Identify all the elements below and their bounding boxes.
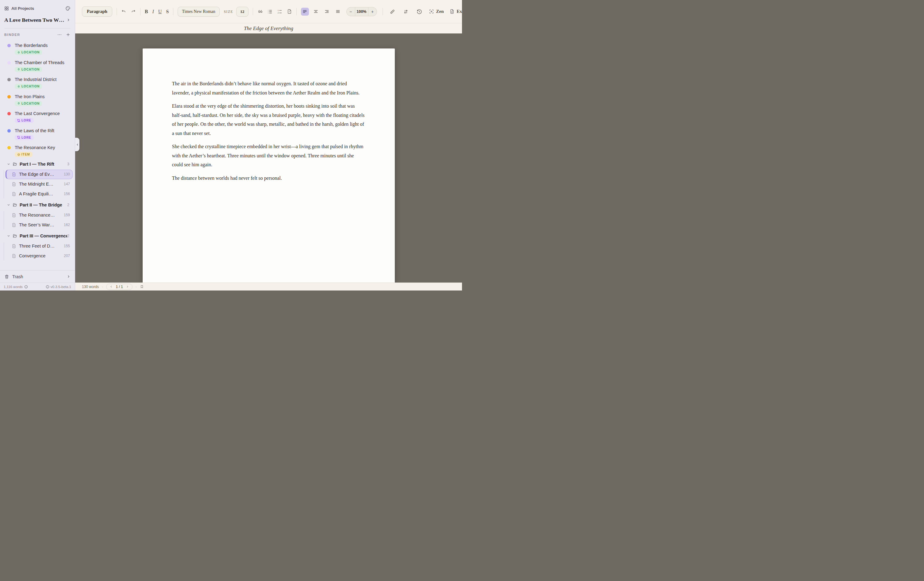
binder-doc-item[interactable]: Convergence 207 xyxy=(5,251,73,261)
page-break-icon[interactable] xyxy=(287,8,292,16)
underline-button[interactable]: U xyxy=(158,9,162,15)
total-word-count: 1,116 words xyxy=(4,285,23,289)
svg-text:2: 2 xyxy=(277,12,279,14)
blockquote-icon[interactable] xyxy=(257,8,263,16)
doc-word-count: 147 xyxy=(64,182,70,186)
paragraph: The air in the Borderlands didn’t behave… xyxy=(172,79,365,97)
export-icon xyxy=(449,9,455,14)
type-badge: LOCATION xyxy=(15,84,42,89)
color-dot-icon xyxy=(7,146,11,149)
bullet-list-icon[interactable] xyxy=(267,8,273,16)
binder-folder[interactable]: Part I — The Rift 3 xyxy=(0,160,75,169)
zoom-level: 100% xyxy=(355,7,368,16)
doc-name: The Midnight E… xyxy=(19,182,62,187)
previous-page-icon[interactable] xyxy=(109,285,113,288)
doc-name: The Edge of Ev… xyxy=(19,172,62,177)
font-size-field[interactable]: 12 xyxy=(236,7,249,17)
binder-folder-group: Part II — The Bridge 2 The Resonance… 15… xyxy=(0,200,75,231)
binder-item[interactable]: The Resonance Key ITEM xyxy=(0,142,75,160)
folder-count: 2 xyxy=(67,234,69,238)
cube-icon xyxy=(17,153,20,156)
binder-doc-item[interactable]: The Seer’s War… 162 xyxy=(5,220,73,230)
page-navigator: 1 / 1 xyxy=(106,284,132,290)
export-button[interactable]: Export xyxy=(449,9,462,14)
export-label: Export xyxy=(457,9,462,14)
toolbar: Paragraph B I U S Times New Roman SIZE 1… xyxy=(75,0,462,23)
folder-children: Three Feet of D… 155 Convergence 207 xyxy=(0,241,75,262)
doc-word-count: 155 xyxy=(64,244,70,248)
binder-doc-item[interactable]: The Resonance… 159 xyxy=(5,210,73,220)
binder-item[interactable]: The Industrial District LOCATION xyxy=(0,74,75,91)
binder-item[interactable]: The Chamber of Threads LOCATION xyxy=(0,57,75,74)
binder-item[interactable]: The Iron Plains LOCATION xyxy=(0,91,75,109)
doc-name: Convergence xyxy=(19,253,62,258)
ellipsis-icon[interactable] xyxy=(57,32,62,37)
zoom-in-button[interactable]: + xyxy=(368,7,377,16)
sort-icon[interactable] xyxy=(402,8,410,16)
main-panel: Paragraph B I U S Times New Roman SIZE 1… xyxy=(75,0,462,290)
sidebar-collapse-handle[interactable] xyxy=(75,138,79,151)
doc-word-count: 159 xyxy=(64,213,70,217)
all-projects-button[interactable]: All Projects xyxy=(4,4,71,12)
zen-mode-button[interactable]: Zen xyxy=(429,9,444,14)
type-badge: ITEM xyxy=(15,152,33,157)
palette-icon[interactable] xyxy=(65,6,71,11)
binder-item[interactable]: The Last Convergence LORE xyxy=(0,108,75,125)
document-page[interactable]: The air in the Borderlands didn’t behave… xyxy=(143,48,395,282)
binder-item[interactable]: The Laws of the Rift LORE xyxy=(0,125,75,143)
chevron-down-icon[interactable] xyxy=(7,162,10,166)
binder-list: The Borderlands LOCATION The Chamber of … xyxy=(0,39,75,270)
binder-item-label: The Resonance Key xyxy=(15,145,55,151)
binder-folder[interactable]: Part II — The Bridge 2 xyxy=(0,200,75,210)
doc-word-count: 156 xyxy=(64,192,70,196)
toolbar-separator xyxy=(383,8,383,15)
project-switcher[interactable]: A Love Between Two W… xyxy=(4,15,71,25)
location-pin-icon xyxy=(17,85,20,88)
document-icon xyxy=(12,182,16,187)
trash-button[interactable]: Trash xyxy=(0,270,75,282)
align-justify-icon[interactable] xyxy=(334,8,342,16)
add-document-icon[interactable] xyxy=(66,32,71,37)
chevron-down-icon[interactable] xyxy=(7,234,10,238)
binder-doc-item[interactable]: The Midnight E… 147 xyxy=(5,180,73,189)
chevron-down-icon[interactable] xyxy=(7,203,10,207)
info-icon[interactable] xyxy=(24,285,28,289)
chevron-right-icon xyxy=(66,274,71,279)
binder-doc-item[interactable]: The Edge of Ev… 130 xyxy=(5,170,73,179)
info-icon[interactable] xyxy=(46,285,50,289)
align-right-icon[interactable] xyxy=(323,8,331,16)
zoom-out-button[interactable]: − xyxy=(346,7,355,16)
bookmark-icon[interactable] xyxy=(140,285,144,289)
binder-item[interactable]: The Borderlands LOCATION xyxy=(0,40,75,57)
align-left-icon[interactable] xyxy=(301,8,309,16)
size-label: SIZE xyxy=(224,10,233,13)
document-icon xyxy=(12,192,16,196)
toolbar-separator xyxy=(253,8,253,15)
binder-doc-item[interactable]: A Fragile Equili… 156 xyxy=(5,189,73,199)
document-icon xyxy=(12,172,16,177)
numbered-list-icon[interactable]: 12 xyxy=(277,8,282,16)
zen-label: Zen xyxy=(436,9,444,14)
next-page-icon[interactable] xyxy=(126,285,129,288)
binder-doc-item[interactable]: Three Feet of D… 155 xyxy=(5,241,73,251)
font-family-dropdown[interactable]: Times New Roman xyxy=(178,7,219,17)
ruler-icon[interactable] xyxy=(388,8,396,16)
italic-button[interactable]: I xyxy=(152,9,154,15)
redo-icon[interactable] xyxy=(131,8,136,16)
paragraph: She checked the crystalline timepiece em… xyxy=(172,142,365,169)
editor-statusbar: 130 words · 1 / 1 · xyxy=(75,282,462,290)
paragraph-style-dropdown[interactable]: Paragraph xyxy=(82,7,112,17)
folder-name: Part II — The Bridge xyxy=(20,203,67,207)
history-icon[interactable] xyxy=(415,8,423,16)
sidebar-footer: 1,116 words v0.3.5-beta.1 xyxy=(0,282,75,290)
strikethrough-button[interactable]: S xyxy=(166,9,169,15)
location-pin-icon xyxy=(17,68,20,71)
folder-children: The Edge of Ev… 130 The Midnight E… 147 … xyxy=(0,169,75,200)
undo-icon[interactable] xyxy=(121,8,126,16)
paragraph: The distance between worlds had never fe… xyxy=(172,173,365,183)
align-center-icon[interactable] xyxy=(312,8,320,16)
folder-count: 3 xyxy=(67,162,69,166)
binder-folder[interactable]: Part III — Convergence 2 xyxy=(0,231,75,241)
color-dot-icon xyxy=(7,95,11,99)
bold-button[interactable]: B xyxy=(145,9,148,15)
